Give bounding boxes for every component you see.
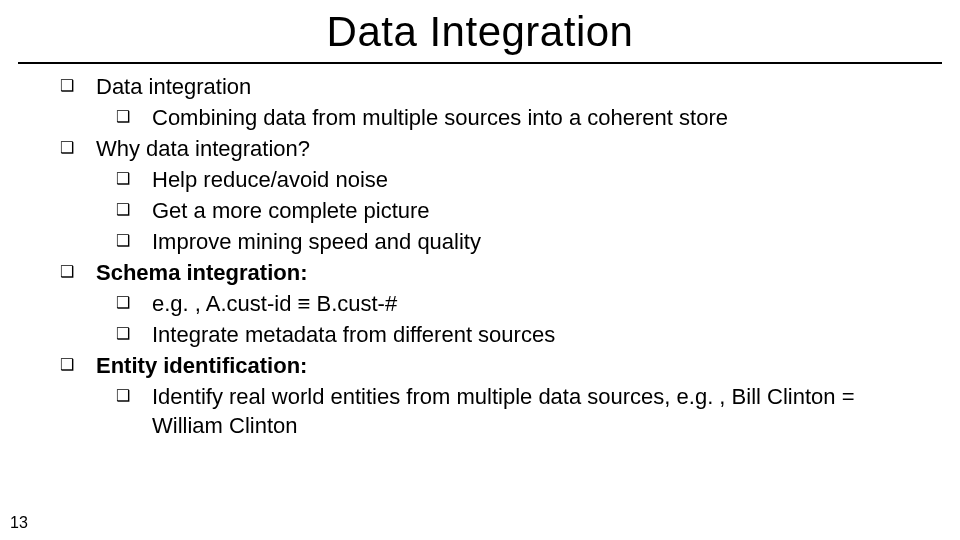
bullet-text: e.g. , A.cust-id ≡ B.cust-#	[152, 291, 397, 316]
title-rule	[18, 62, 942, 64]
sub-bullet-item: Integrate metadata from different source…	[96, 320, 920, 349]
bullet-text: Improve mining speed and quality	[152, 229, 481, 254]
bullet-text: Get a more complete picture	[152, 198, 430, 223]
sub-bullet-item: Help reduce/avoid noise	[96, 165, 920, 194]
sub-bullet-list: Combining data from multiple sources int…	[96, 103, 920, 132]
bullet-text: Integrate metadata from different source…	[152, 322, 555, 347]
bullet-text: Combining data from multiple sources int…	[152, 105, 728, 130]
slide: Data Integration Data integration Combin…	[0, 0, 960, 540]
sub-bullet-item: e.g. , A.cust-id ≡ B.cust-#	[96, 289, 920, 318]
sub-bullet-item: Get a more complete picture	[96, 196, 920, 225]
bullet-text: Help reduce/avoid noise	[152, 167, 388, 192]
bullet-text: Identify real world entities from multip…	[152, 384, 855, 438]
bullet-item: Data integration Combining data from mul…	[40, 72, 920, 132]
bullet-list: Data integration Combining data from mul…	[40, 72, 920, 440]
slide-content: Data integration Combining data from mul…	[0, 72, 960, 440]
bullet-item: Entity identification: Identify real wor…	[40, 351, 920, 440]
bullet-item: Why data integration? Help reduce/avoid …	[40, 134, 920, 256]
sub-bullet-list: Help reduce/avoid noise Get a more compl…	[96, 165, 920, 256]
bullet-text: Entity identification:	[96, 353, 307, 378]
slide-title: Data Integration	[0, 0, 960, 62]
page-number: 13	[10, 514, 28, 532]
sub-bullet-list: e.g. , A.cust-id ≡ B.cust-# Integrate me…	[96, 289, 920, 349]
sub-bullet-item: Combining data from multiple sources int…	[96, 103, 920, 132]
sub-bullet-list: Identify real world entities from multip…	[96, 382, 920, 440]
bullet-text: Data integration	[96, 74, 251, 99]
sub-bullet-item: Improve mining speed and quality	[96, 227, 920, 256]
bullet-text: Why data integration?	[96, 136, 310, 161]
bullet-item: Schema integration: e.g. , A.cust-id ≡ B…	[40, 258, 920, 349]
sub-bullet-item: Identify real world entities from multip…	[96, 382, 920, 440]
bullet-text: Schema integration:	[96, 260, 307, 285]
